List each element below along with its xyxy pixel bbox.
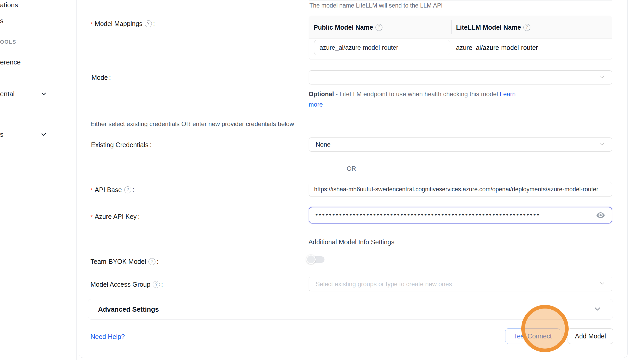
azure-api-key-label: * Azure API Key :	[90, 212, 140, 221]
api-base-input[interactable]: https://ishaa-mh6uutut-swedencentral.cog…	[309, 182, 612, 197]
existing-credentials-select[interactable]: None	[309, 138, 612, 152]
model-mappings-label: * Model Mappings ? :	[90, 19, 155, 28]
column-separator	[451, 20, 452, 34]
or-divider: OR	[90, 165, 612, 173]
help-icon[interactable]: ?	[153, 281, 160, 288]
sidebar-item-cutoff-3[interactable]: erence	[0, 58, 21, 66]
additional-info-divider: Additional Model Info Settings	[90, 238, 612, 246]
label-colon: :	[133, 186, 134, 194]
help-icon[interactable]: ?	[145, 20, 152, 27]
sidebar-item-cutoff-1[interactable]: ations	[0, 1, 18, 9]
mode-help-text: Optional - LiteLLM endpoint to use when …	[309, 89, 532, 110]
model-mappings-table: Public Model Name ? LiteLLM Model Name ?…	[309, 16, 612, 60]
required-mark: *	[90, 187, 93, 194]
sidebar-item-cutoff-5[interactable]: s	[0, 130, 3, 139]
add-model-button[interactable]: Add Model	[568, 328, 613, 344]
column-header-public-model-name: Public Model Name ?	[314, 16, 382, 39]
chevron-down-icon[interactable]	[41, 131, 47, 139]
or-divider-text: OR	[347, 165, 356, 172]
learn-more-link[interactable]: more	[309, 101, 323, 108]
credentials-note: Either select existing credentials OR en…	[90, 120, 294, 128]
divider-line	[90, 242, 300, 242]
cutoff-select-bottom-edge	[309, 0, 612, 1]
litellm-model-name-cell: azure_ai/azure-model-router	[456, 40, 538, 55]
additional-info-divider-text: Additional Model Info Settings	[308, 238, 394, 246]
help-icon[interactable]: ?	[148, 258, 155, 265]
sidebar-item-cutoff-4[interactable]: ental	[0, 90, 15, 98]
label-colon: :	[150, 141, 152, 149]
help-icon[interactable]: ?	[523, 24, 530, 31]
divider-line	[403, 242, 612, 242]
model-access-group-placeholder: Select existing groups or type to create…	[316, 280, 452, 288]
label-colon: :	[153, 20, 155, 28]
need-help-link[interactable]: Need Help?	[90, 333, 125, 341]
mode-label: Mode :	[92, 73, 111, 82]
divider-line	[365, 169, 613, 169]
sidebar: ations s OOLS erence ental s	[0, 0, 77, 360]
toggle-knob	[306, 255, 316, 264]
help-icon[interactable]: ?	[375, 24, 382, 31]
existing-credentials-label: Existing Credentials :	[91, 140, 152, 149]
eye-icon[interactable]	[596, 211, 606, 219]
sidebar-item-cutoff-2[interactable]: s	[0, 17, 3, 25]
azure-api-key-input[interactable]: ••••••••••••••••••••••••••••••••••••••••…	[309, 207, 612, 224]
masked-password-value: ••••••••••••••••••••••••••••••••••••••••…	[315, 211, 591, 219]
model-access-group-select[interactable]: Select existing groups or type to create…	[309, 277, 612, 291]
existing-credentials-value: None	[316, 141, 330, 148]
table-header: Public Model Name ? LiteLLM Model Name ?	[309, 16, 612, 39]
help-icon[interactable]: ?	[124, 186, 131, 193]
chevron-down-icon	[599, 141, 605, 148]
team-byok-toggle[interactable]	[307, 255, 325, 264]
label-colon: :	[157, 258, 159, 265]
mode-select[interactable]	[309, 70, 612, 84]
team-byok-label: Team-BYOK Model ? :	[90, 257, 159, 266]
sidebar-section-tools: OOLS	[0, 39, 16, 45]
learn-more-link[interactable]: Learn	[500, 90, 516, 97]
optional-bold: Optional	[309, 90, 334, 97]
required-mark: *	[90, 214, 93, 221]
api-base-label: * API Base ? :	[90, 185, 134, 194]
public-model-name-value: azure_ai/azure-model-router	[320, 44, 398, 51]
add-model-page: ations s OOLS erence ental s The model n…	[0, 0, 644, 360]
column-header-litellm-model-name: LiteLLM Model Name ?	[456, 16, 530, 39]
advanced-settings-title: Advanced Settings	[98, 305, 159, 313]
chevron-down-icon[interactable]	[41, 91, 47, 98]
test-connect-button[interactable]: Test Connect	[505, 328, 560, 344]
label-colon: :	[109, 74, 111, 81]
model-access-group-label: Model Access Group ? :	[90, 280, 163, 289]
api-base-value: https://ishaa-mh6uutut-swedencentral.cog…	[314, 186, 598, 193]
label-colon: :	[138, 213, 140, 220]
advanced-settings-panel[interactable]: Advanced Settings	[88, 299, 613, 320]
public-model-name-input[interactable]: azure_ai/azure-model-router	[314, 40, 450, 55]
model-name-hint: The model name LiteLLM will send to the …	[309, 2, 443, 9]
divider-line	[90, 169, 338, 169]
chevron-down-icon	[599, 74, 605, 81]
chevron-down-icon	[594, 305, 601, 314]
label-colon: :	[161, 281, 163, 288]
required-mark: *	[90, 21, 93, 28]
chevron-down-icon	[599, 280, 605, 288]
